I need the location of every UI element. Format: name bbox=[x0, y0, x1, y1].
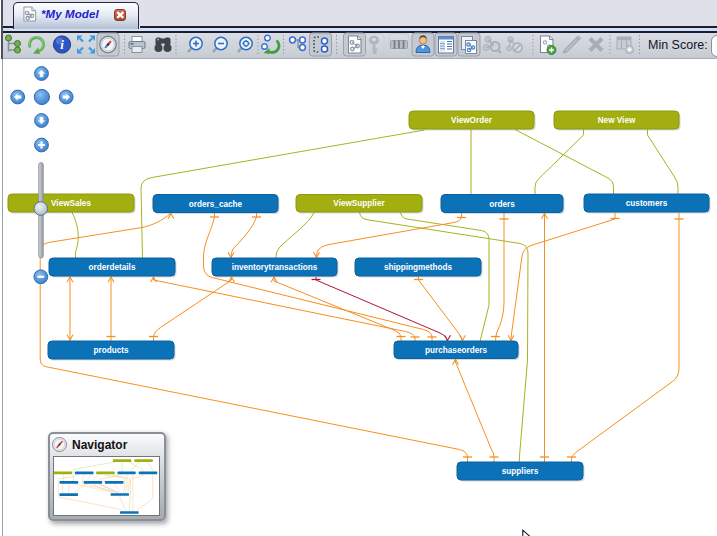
svg-text:orderdetails: orderdetails bbox=[89, 263, 136, 272]
svg-text:inventorytransactions: inventorytransactions bbox=[232, 263, 318, 272]
svg-text:ViewOrder: ViewOrder bbox=[451, 116, 493, 125]
svg-text:purchaseorders: purchaseorders bbox=[425, 346, 487, 355]
svg-text:ViewSales: ViewSales bbox=[51, 199, 91, 208]
svg-text:orders: orders bbox=[489, 200, 515, 209]
svg-text:products: products bbox=[93, 346, 128, 355]
svg-text:orders_cache: orders_cache bbox=[189, 200, 243, 209]
svg-text:New View: New View bbox=[598, 116, 636, 125]
svg-text:ViewSupplier: ViewSupplier bbox=[333, 199, 385, 208]
svg-text:suppliers: suppliers bbox=[502, 467, 539, 476]
svg-text:i: i bbox=[60, 37, 64, 52]
svg-text:customers: customers bbox=[626, 199, 668, 208]
svg-text:shippingmethods: shippingmethods bbox=[384, 263, 453, 272]
